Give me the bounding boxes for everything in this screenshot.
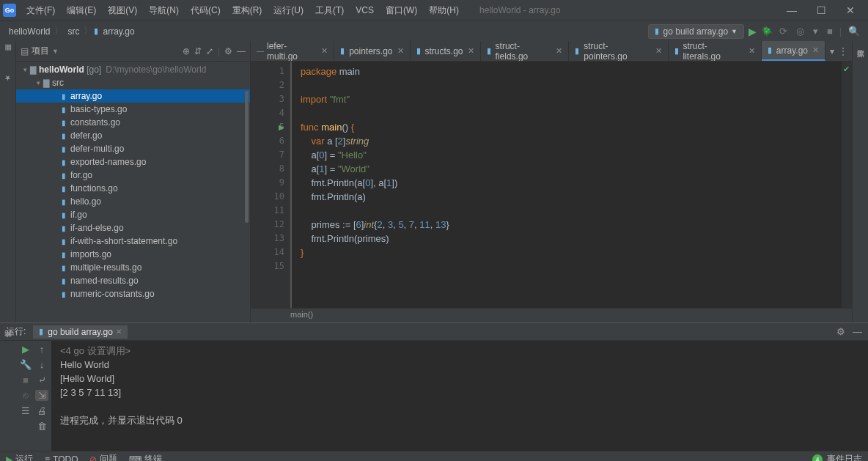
exit-icon[interactable]: ⎋ [19,390,32,401]
tree-file[interactable]: ▮named-results.go [16,274,250,287]
editor-tab[interactable]: ▮struct-fields.go✕ [481,41,570,61]
app-logo: Go [3,4,16,17]
tree-file[interactable]: ▮if.go [16,208,250,221]
chevron-down-icon[interactable]: ▾ [830,46,834,56]
close-icon[interactable]: ✕ [116,328,122,336]
menu-导航(N)[interactable]: 导航(N) [143,5,185,15]
layout-icon[interactable]: ☰ [19,405,32,416]
hide-icon[interactable]: — [237,46,246,56]
search-button[interactable]: 🔍 [846,26,862,37]
tree-file[interactable]: ▮array.go [16,89,250,103]
stop-button[interactable]: ▾ [811,26,820,37]
coverage-button[interactable]: ⟳ [777,26,790,37]
run-tool-button[interactable]: ▶运行 [6,453,33,461]
settings-icon[interactable]: ⚙ [836,326,845,337]
line-gutter[interactable]: ▶ 123456789101112131415 [251,62,290,308]
tree-file[interactable]: ▮defer.go [16,129,250,142]
collapse-icon[interactable]: ⇵ [194,46,202,56]
editor-tab[interactable]: ▮array.go✕ [762,41,825,61]
tree-file[interactable]: ▮exported-names.go [16,155,250,169]
project-tree[interactable]: ▾ ▇ helloWorld [go] D:\mynotes\go\helloW… [16,62,250,322]
scroll-button[interactable]: ⇲ [35,390,48,401]
crumb-folder[interactable]: src [65,26,82,37]
stop-button[interactable]: ■ [19,375,32,386]
problems-tool-button[interactable]: ⊘问题 [89,453,117,461]
console-output[interactable]: <4 go 设置调用>Hello World[Hello World][2 3 … [51,341,868,451]
print-icon[interactable]: 🖨 [35,405,48,416]
tree-file[interactable]: ▮if-and-else.go [16,221,250,235]
tree-file[interactable]: ▮basic-types.go [16,103,250,116]
event-log-button[interactable]: 事件日志 [827,453,862,461]
menu-工具(T)[interactable]: 工具(T) [309,5,350,15]
settings-icon[interactable]: ⚙ [224,46,232,56]
tree-file[interactable]: ▮if-with-a-short-statement.go [16,235,250,248]
menu-运行(U)[interactable]: 运行(U) [268,5,309,15]
down-button[interactable]: ↓ [35,359,48,370]
close-icon[interactable]: ✕ [321,46,328,56]
menu-VCS[interactable]: VCS [350,5,380,15]
terminal-tool-button[interactable]: ⌨终端 [129,453,162,461]
locate-icon[interactable]: ⊕ [183,46,190,56]
code-editor[interactable]: package main import "fmt" func main() { … [290,62,842,308]
structure-tool-button[interactable]: ▦ [4,44,12,52]
close-icon[interactable]: ✕ [655,46,662,56]
crumb-file[interactable]: array.go [100,26,137,37]
soft-wrap-button[interactable]: ⤶ [35,375,48,386]
run-tab[interactable]: ▮ go build array.go ✕ [33,325,128,339]
todo-tool-button[interactable]: ≡TODO [45,454,78,462]
menu-帮助(H)[interactable]: 帮助(H) [423,5,465,15]
run-config-selector[interactable]: ▮ go build array.go ▼ [648,24,744,39]
close-icon[interactable]: ✕ [812,45,819,55]
close-button[interactable]: ✕ [836,4,865,16]
debug-button[interactable]: 🪲 [761,26,773,37]
editor-tab[interactable]: ▮structs.go✕ [411,41,481,61]
rerun-button[interactable]: ▶ [19,344,32,355]
tree-file[interactable]: ▮numeric-constants.go [16,287,250,300]
run-button[interactable]: ▶ [749,26,757,37]
menu-文件(F)[interactable]: 文件(F) [21,5,61,15]
chevron-down-icon[interactable]: ▾ [37,79,40,86]
crumb-project[interactable]: helloWorld [6,26,53,37]
editor-fn-breadcrumb[interactable]: main() [251,308,852,322]
menu-编辑(E)[interactable]: 编辑(E) [61,5,102,15]
hide-icon[interactable]: — [853,326,862,337]
project-panel-label[interactable]: 项目 [32,45,49,57]
close-icon[interactable]: ✕ [556,46,562,56]
trash-icon[interactable]: 🗑 [35,421,48,432]
editor-tab[interactable]: ▮pointers.go✕ [334,41,410,61]
tree-file[interactable]: ▮defer-multi.go [16,142,250,155]
menu-重构(R)[interactable]: 重构(R) [227,5,268,15]
profile-button[interactable]: ◎ [794,26,806,37]
menu-代码(C)[interactable]: 代码(C) [185,5,227,15]
expand-icon[interactable]: ⤢ [206,46,213,56]
tree-file[interactable]: ▮for.go [16,169,250,182]
favorites-tool-button[interactable]: ★ [4,74,12,82]
editor-tab[interactable]: —lefer-multi.go✕ [251,41,334,61]
editor-tab[interactable]: ▮struct-pointers.go✕ [569,41,668,61]
close-icon[interactable]: ✕ [749,46,755,56]
close-icon[interactable]: ✕ [397,46,404,56]
tree-file[interactable]: ▮multiple-results.go [16,261,250,274]
editor-tab[interactable]: ▮struct-literals.go✕ [669,41,762,61]
menu-窗口(W)[interactable]: 窗口(W) [380,5,423,15]
tree-file[interactable]: ▮hello.go [16,195,250,208]
tree-file[interactable]: ▮constants.go [16,116,250,129]
tree-file[interactable]: ▮functions.go [16,182,250,195]
close-icon[interactable]: ✕ [468,46,474,56]
more-tabs-icon[interactable]: ⋮ [839,46,847,56]
editor-tabs: —lefer-multi.go✕▮pointers.go✕▮structs.go… [251,41,852,62]
up-button[interactable]: ↑ [35,344,48,355]
error-stripe[interactable]: ✔ [842,62,852,308]
tree-project-root[interactable]: ▾ ▇ helloWorld [go] D:\mynotes\go\helloW… [16,63,250,76]
scrollbar-thumb[interactable] [245,91,249,223]
dropdown-arrow-icon[interactable]: ▼ [52,48,59,55]
stop-square-icon[interactable]: ■ [825,26,835,37]
tree-src-folder[interactable]: ▾ ▇ src [16,76,250,89]
tree-file[interactable]: ▮imports.go [16,248,250,261]
run-gutter-icon[interactable]: ▶ [279,120,284,134]
menu-视图(V)[interactable]: 视图(V) [102,5,143,15]
maximize-button[interactable]: ☐ [806,4,836,16]
minimize-button[interactable]: — [777,4,806,16]
wrench-icon[interactable]: 🔧 [19,359,32,370]
chevron-down-icon[interactable]: ▾ [23,66,27,73]
